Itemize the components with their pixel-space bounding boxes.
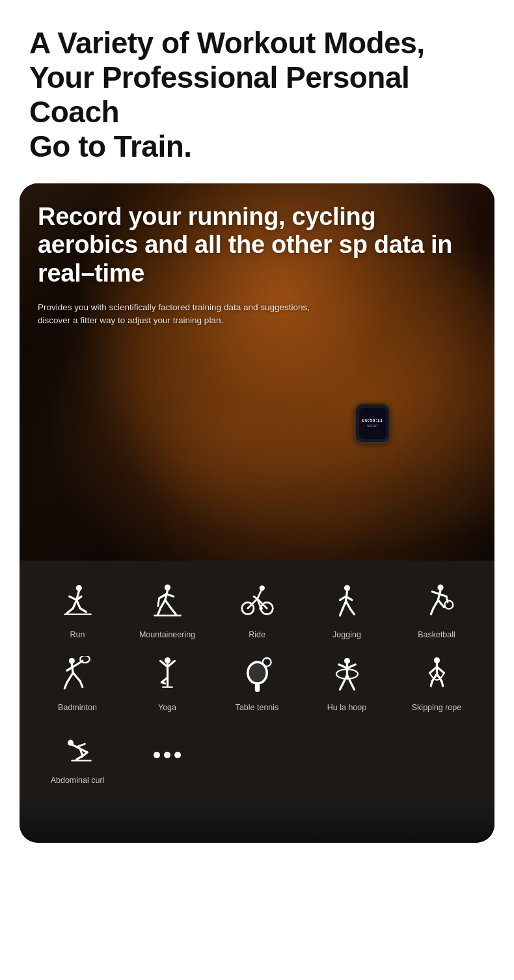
page-wrapper: A Variety of Workout Modes, Your Profess… [0,0,514,843]
sport-item-ride[interactable]: Ride [212,579,302,640]
svg-line-61 [161,683,165,684]
svg-line-39 [432,592,439,594]
svg-line-36 [351,609,355,614]
jogging-icon [324,579,370,624]
svg-line-70 [347,665,355,669]
sport-item-run[interactable]: Run [33,579,122,640]
svg-line-27 [254,596,258,599]
mountaineering-label: Mountaineering [139,629,195,640]
svg-point-64 [249,663,265,682]
svg-point-66 [262,658,271,667]
hula-hoop-label: Hu la hoop [327,702,366,713]
svg-line-54 [80,682,83,687]
svg-line-83 [441,682,442,686]
svg-line-16 [165,600,170,609]
watch-mode: SPORT [367,424,378,428]
svg-line-7 [80,609,86,613]
sports-grid-row1: Run [33,579,481,640]
abdominal-curl-icon [55,724,100,770]
sport-item-table-tennis[interactable]: Table tennis [212,652,302,713]
svg-line-78 [429,667,437,673]
svg-line-53 [73,673,80,682]
more-icon [154,737,181,773]
svg-line-22 [247,599,257,609]
svg-line-5 [67,609,73,613]
svg-line-74 [347,676,351,685]
svg-point-49 [80,656,90,663]
sport-item-basketball[interactable]: Basketball [392,579,481,640]
svg-rect-65 [254,683,259,692]
run-icon [55,579,100,624]
empty-cell-5 [392,724,481,786]
empty-cell-4 [302,724,392,786]
table-tennis-label: Table tennis [236,702,279,713]
hula-hoop-icon [324,652,370,697]
svg-line-15 [157,609,160,615]
hero-main-text: Record your running, cycling aerobics an… [38,203,476,288]
svg-line-75 [351,685,354,689]
watch-screen: 00:50:11 SPORT [359,408,386,439]
svg-line-44 [438,600,444,607]
ride-label: Ride [249,629,265,640]
run-label: Run [70,629,85,640]
ride-icon [234,579,280,624]
hero-sub-text: Provides you with scientifically factore… [38,301,311,328]
svg-point-45 [444,601,453,609]
hero-card: 00:50:11 SPORT Record your running, cycl… [20,183,494,843]
svg-line-72 [342,676,347,685]
dot-1 [154,752,160,758]
sport-item-abdominal-curl[interactable]: Abdominal curl [33,724,122,786]
svg-line-34 [340,609,342,615]
svg-line-12 [157,598,159,606]
svg-line-17 [171,609,176,615]
jogging-label: Jogging [332,629,361,640]
skipping-rope-label: Skipping rope [412,702,461,713]
watch-time: 00:50:11 [362,418,383,423]
svg-line-73 [340,685,342,689]
svg-line-40 [439,594,446,597]
dot-3 [174,752,181,758]
yoga-label: Yoga [158,702,176,713]
svg-point-19 [259,585,264,590]
svg-line-13 [166,594,173,597]
svg-line-69 [338,665,347,669]
sport-item-badminton[interactable]: Badminton [33,652,122,713]
svg-line-79 [437,667,444,673]
yoga-icon [144,652,190,697]
svg-line-42 [433,600,438,609]
sport-item-skipping-rope[interactable]: Skipping rope [392,652,481,713]
sports-grid-row3: Abdominal curl [33,724,481,786]
basketball-label: Basketball [418,629,455,640]
svg-line-6 [76,600,80,609]
svg-point-28 [259,607,263,611]
bottom-bg [20,804,494,843]
svg-line-14 [160,600,165,609]
svg-line-52 [64,683,67,689]
table-tennis-icon [234,652,280,697]
svg-line-26 [257,591,261,599]
mountaineering-icon [144,579,190,624]
svg-line-81 [431,682,432,686]
sport-item-yoga[interactable]: Yoga [122,652,212,713]
main-title: A Variety of Workout Modes, Your Profess… [29,26,485,164]
badminton-label: Badminton [58,702,97,713]
dot-2 [164,752,170,758]
badminton-icon [55,652,100,697]
svg-line-35 [345,602,350,610]
sports-panel: Run [20,561,494,804]
abdominal-curl-label: Abdominal curl [51,775,105,786]
skipping-rope-icon [414,652,459,697]
sport-item-mountaineering[interactable]: Mountaineering [122,579,212,640]
sport-item-more[interactable] [122,724,212,786]
sports-grid-row2: Badminton [33,652,481,713]
basketball-icon [414,579,459,624]
svg-line-2 [69,596,76,600]
svg-line-51 [67,673,73,683]
sport-item-jogging[interactable]: Jogging [302,579,392,640]
svg-line-43 [431,609,433,615]
empty-cell-3 [212,724,302,786]
hero-image-area: 00:50:11 SPORT Record your running, cycl… [20,183,494,561]
sport-item-hula-hoop[interactable]: Hu la hoop [302,652,392,713]
svg-line-86 [76,744,85,747]
hero-overlay-text: Record your running, cycling aerobics an… [20,183,494,341]
